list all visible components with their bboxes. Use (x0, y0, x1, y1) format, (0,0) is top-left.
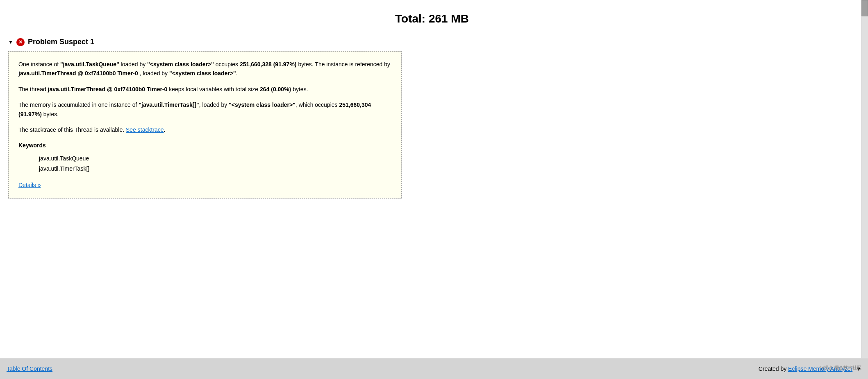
main-container: Total: 261 MB ▼ ✕ Problem Suspect 1 One … (0, 0, 868, 379)
problem-box: One instance of "java.util.TaskQueue" lo… (8, 51, 402, 199)
scrollbar-thumb[interactable] (861, 0, 868, 16)
keyword-1: java.util.TaskQueue (39, 153, 391, 164)
keyword-2: java.util.TimerTask[] (39, 164, 391, 174)
watermark: @掘金 掘金技术社区 (820, 365, 861, 371)
keywords-section: Keywords java.util.TaskQueue java.util.T… (18, 141, 391, 174)
problem-paragraph-2: The thread java.util.TimerThread @ 0xf74… (18, 85, 391, 94)
see-stacktrace-link[interactable]: See stacktrace (126, 126, 164, 133)
class-timertask: "java.util.TimerTask[]" (139, 102, 199, 108)
problem-paragraph-1: One instance of "java.util.TaskQueue" lo… (18, 60, 391, 78)
page-title: Total: 261 MB (8, 8, 856, 25)
loader-system-1: "<system class loader>" (147, 61, 214, 68)
problem-suspect-label: Problem Suspect 1 (28, 38, 94, 46)
problem-paragraph-4: The stacktrace of this Thread is availab… (18, 125, 391, 134)
loader-system-3: "<system class loader>" (229, 102, 295, 108)
loader-system-2: "<system class loader>" (169, 70, 236, 77)
error-icon: ✕ (16, 38, 25, 46)
table-of-contents-link[interactable]: Table Of Contents (7, 365, 52, 372)
scrollbar-right[interactable] (861, 0, 868, 358)
problem-paragraph-3: The memory is accumulated in one instanc… (18, 100, 391, 119)
size-2: 264 (0.00%) (260, 86, 291, 92)
chevron-down-icon[interactable]: ▼ (8, 39, 13, 45)
content-area[interactable]: Total: 261 MB ▼ ✕ Problem Suspect 1 One … (0, 0, 868, 358)
timerthread-ref: java.util.TimerThread @ 0xf74100b0 Timer… (18, 70, 138, 77)
problem-suspect-header: ▼ ✕ Problem Suspect 1 (8, 38, 856, 46)
timerthread-2: java.util.TimerThread @ 0xf74100b0 Timer… (48, 86, 168, 92)
keywords-list: java.util.TaskQueue java.util.TimerTask[… (39, 153, 391, 174)
bottom-bar: Table Of Contents Created by Eclipse Mem… (0, 358, 868, 379)
details-link[interactable]: Details » (18, 182, 41, 188)
created-by-prefix: Created by (759, 365, 788, 372)
class-taskqueue: "java.util.TaskQueue" (60, 61, 119, 68)
bytes-1: 251,660,328 (91.97%) (240, 61, 297, 68)
keywords-label: Keywords (18, 141, 391, 150)
